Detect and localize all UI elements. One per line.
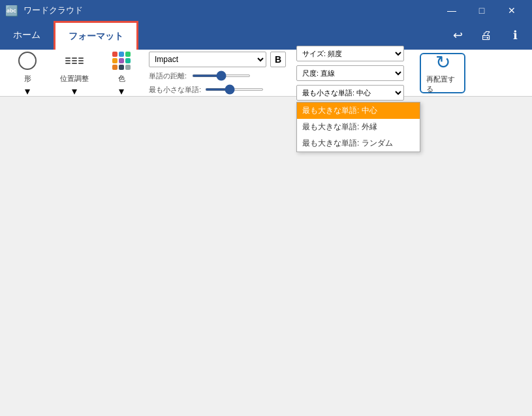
tab-home[interactable]: ホーム [0, 21, 54, 50]
color-grid-icon [112, 52, 131, 70]
min-word-row: 最も小さな単語: [149, 85, 286, 95]
size-dropdown-row: サイズ: 頻度 サイズ: 均等 [296, 46, 404, 61]
refresh-icon: ↻ [435, 52, 450, 73]
word-distance-slider[interactable] [192, 74, 251, 77]
ribbon-right-buttons: ↩ 🖨 ℹ [446, 21, 532, 50]
word-distance-label: 単語の距離: [149, 71, 188, 81]
close-button[interactable]: ✕ [497, 0, 527, 21]
rearrange-button[interactable]: ↻ 再配置する [420, 53, 465, 93]
font-select[interactable]: Impact Arial Times New Roman [149, 52, 266, 67]
minimize-button[interactable]: — [437, 0, 467, 21]
word-distance-row: 単語の距離: [149, 71, 286, 81]
print-button[interactable]: 🖨 [475, 24, 498, 47]
shape-tool[interactable]: 形 ▾ [10, 46, 44, 100]
app-title: ワードクラウド [23, 5, 83, 16]
toolbar: 形 ▾ 位置調整 ▾ [0, 50, 532, 97]
color-label: 色 [118, 74, 125, 84]
size-dropdown[interactable]: サイズ: 頻度 サイズ: 均等 [296, 46, 404, 61]
bold-button[interactable]: B [270, 52, 286, 67]
title-bar-left: 🔤 ワードクラウド [5, 5, 83, 17]
shape-icon-area [16, 49, 39, 72]
tab-format[interactable]: フォーマット [54, 21, 138, 50]
title-bar: 🔤 ワードクラウド — □ ✕ [0, 0, 532, 21]
shape-chevron: ▾ [25, 85, 30, 97]
position-chevron: ▾ [72, 85, 77, 97]
position-tool[interactable]: 位置調整 ▾ [55, 46, 94, 100]
position-option-center-selected[interactable]: 最も大きな単語: 中心 [297, 103, 420, 119]
min-word-slider[interactable] [205, 88, 264, 91]
color-tool[interactable]: 色 ▾ [104, 46, 138, 100]
font-row: Impact Arial Times New Roman B [149, 52, 286, 67]
position-icon-area [63, 49, 86, 72]
ribbon: ホーム フォーマット ↩ 🖨 ℹ [0, 21, 532, 50]
shape-circle-icon [18, 52, 37, 70]
color-chevron: ▾ [119, 85, 124, 97]
font-controls: Impact Arial Times New Roman B 単語の距離: 最も… [149, 52, 286, 95]
title-bar-controls: — □ ✕ [437, 0, 527, 21]
position-option-random[interactable]: 最も大きな単語: ランダム [297, 135, 420, 152]
position-dropdown[interactable]: 最も小さな単語: 中心 [296, 85, 404, 101]
info-button[interactable]: ℹ [503, 24, 527, 47]
dropdowns-section: サイズ: 頻度 サイズ: 均等 尺度: 直線 尺度: 対数 最も小さな単語: 中… [296, 46, 404, 101]
undo-button[interactable]: ↩ [446, 24, 469, 47]
scale-dropdown-row: 尺度: 直線 尺度: 対数 [296, 65, 404, 81]
shape-label: 形 [24, 74, 31, 84]
maximize-button[interactable]: □ [467, 0, 497, 21]
scale-dropdown[interactable]: 尺度: 直線 尺度: 対数 [296, 65, 404, 81]
rearrange-label: 再配置する [426, 74, 459, 94]
color-icon-area [110, 49, 133, 72]
position-dropdown-menu: 最も大きな単語: 中心 最も大きな単語: 外縁 最も大きな単語: ランダム [296, 102, 420, 152]
position-lines-icon [65, 57, 84, 64]
app-icon: 🔤 [5, 5, 18, 17]
min-word-label: 最も小さな単語: [149, 85, 201, 95]
position-option-outer[interactable]: 最も大きな単語: 外縁 [297, 119, 420, 135]
position-label: 位置調整 [60, 74, 89, 84]
position-dropdown-container: 最も小さな単語: 中心 最も大きな単語: 中心 最も大きな単語: 外縁 最も大き… [296, 85, 404, 101]
